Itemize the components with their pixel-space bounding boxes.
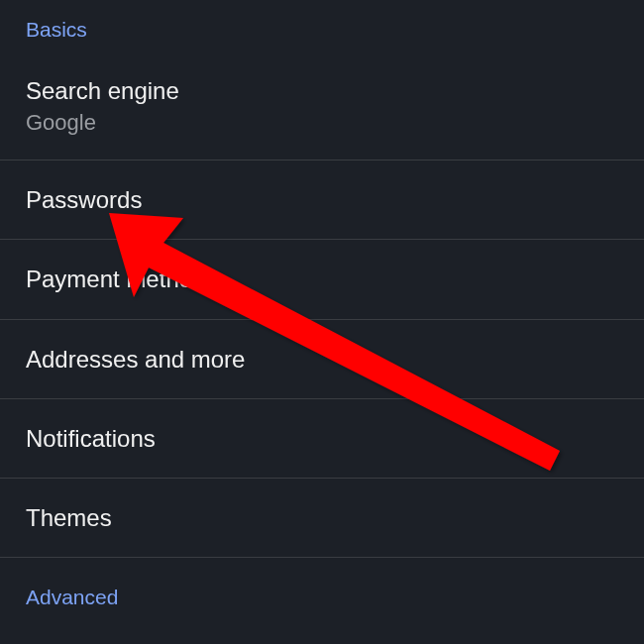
notifications-item[interactable]: Notifications xyxy=(0,399,644,479)
search-engine-subtitle: Google xyxy=(26,110,618,136)
search-engine-item[interactable]: Search engine Google xyxy=(0,55,644,161)
payment-methods-item[interactable]: Payment methods xyxy=(0,240,644,319)
search-engine-title: Search engine xyxy=(26,75,618,106)
passwords-item[interactable]: Passwords xyxy=(0,161,644,240)
basics-section-header: Basics xyxy=(0,0,644,55)
passwords-title: Passwords xyxy=(26,184,618,215)
advanced-section-header: Advanced xyxy=(0,558,644,623)
addresses-title: Addresses and more xyxy=(26,344,618,375)
themes-title: Themes xyxy=(26,502,618,533)
themes-item[interactable]: Themes xyxy=(0,479,644,558)
payment-methods-title: Payment methods xyxy=(26,264,618,294)
addresses-item[interactable]: Addresses and more xyxy=(0,320,644,399)
notifications-title: Notifications xyxy=(26,423,618,454)
